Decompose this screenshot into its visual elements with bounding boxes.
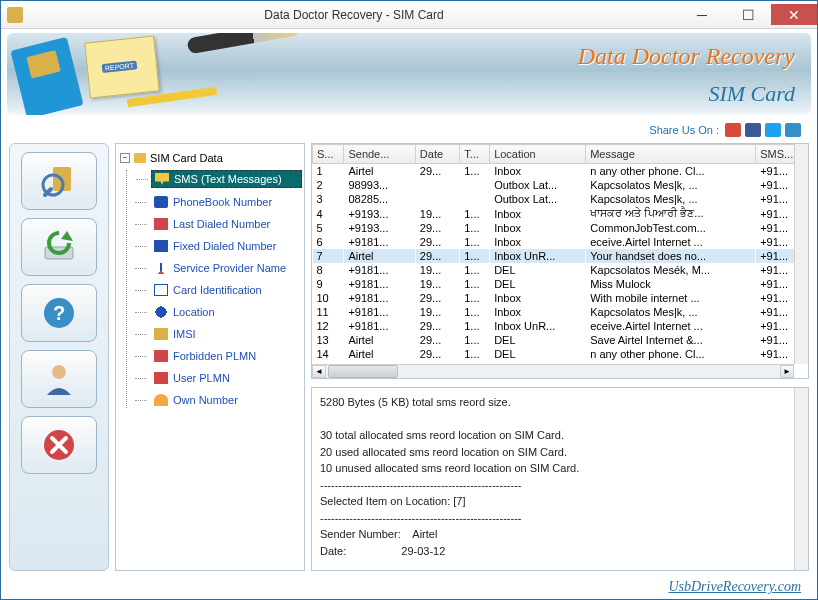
detail-separator-2: ----------------------------------------… xyxy=(320,510,800,527)
table-row[interactable]: 10+9181...29...1...InboxWith mobile inte… xyxy=(313,291,808,305)
tree-item-sms-text-messages-[interactable]: SMS (Text Messages) xyxy=(151,170,302,188)
column-header[interactable]: Location xyxy=(490,145,586,164)
app-icon xyxy=(7,7,23,23)
window-controls: ─ ☐ ✕ xyxy=(679,4,817,25)
window-title: Data Doctor Recovery - SIM Card xyxy=(29,8,679,22)
table-row[interactable]: 6+9181...29...1...Inboxeceive.Airtel Int… xyxy=(313,235,808,249)
table-cell: 29... xyxy=(415,333,459,347)
tree-item-location[interactable]: Location xyxy=(151,304,302,320)
maximize-button[interactable]: ☐ xyxy=(725,4,771,25)
table-cell: 29... xyxy=(415,347,459,361)
column-header[interactable]: T... xyxy=(460,145,490,164)
table-cell: Inbox xyxy=(490,206,586,221)
tree-item-icon xyxy=(154,218,168,230)
table-row[interactable]: 12+9181...29...1...Inbox UnR...eceive.Ai… xyxy=(313,319,808,333)
table-row[interactable]: 8+9181...19...1...DELKapcsolatos Mesék, … xyxy=(313,263,808,277)
table-cell: eceive.Airtel Internet ... xyxy=(586,235,756,249)
detail-vertical-scrollbar[interactable] xyxy=(794,388,808,570)
minimize-button[interactable]: ─ xyxy=(679,4,725,25)
about-button[interactable] xyxy=(21,350,97,408)
tree-item-phonebook-number[interactable]: PhoneBook Number xyxy=(151,194,302,210)
pen-icon xyxy=(186,33,297,54)
tree-item-user-plmn[interactable]: User PLMN xyxy=(151,370,302,386)
table-row[interactable]: 11+9181...19...1...InboxKapcsolatos Mes|… xyxy=(313,305,808,319)
table-cell: 1... xyxy=(460,333,490,347)
column-header[interactable]: S... xyxy=(313,145,344,164)
tree-item-service-provider-name[interactable]: Service Provider Name xyxy=(151,260,302,276)
table-cell: 1... xyxy=(460,291,490,305)
tree-item-icon xyxy=(154,394,168,406)
table-row[interactable]: 4+9193...19...1...Inboxਖਾਸਕਰ ਅਤੇ ਪਿਆਰੀ ਭ… xyxy=(313,206,808,221)
table-cell: Airtel xyxy=(344,164,415,179)
table-cell: 1... xyxy=(460,305,490,319)
scan-sim-button[interactable] xyxy=(21,152,97,210)
banner-title: Data Doctor Recovery xyxy=(578,43,795,70)
close-button[interactable]: ✕ xyxy=(771,4,817,25)
table-cell: 4 xyxy=(313,206,344,221)
tree-item-label: Forbidden PLMN xyxy=(173,350,256,362)
table-row[interactable]: 7Airtel29...1...Inbox UnR...Your handset… xyxy=(313,249,808,263)
exit-button[interactable] xyxy=(21,416,97,474)
share-bar: Share Us On : xyxy=(1,119,817,141)
footer-link[interactable]: UsbDriveRecovery.com xyxy=(668,579,801,595)
tree-item-fixed-dialed-number[interactable]: Fixed Dialed Number xyxy=(151,238,302,254)
tree-item-card-identification[interactable]: Card Identification xyxy=(151,282,302,298)
svg-point-7 xyxy=(52,365,66,379)
tree-item-last-dialed-number[interactable]: Last Dialed Number xyxy=(151,216,302,232)
detail-sender-value: Airtel xyxy=(412,528,437,540)
tree-item-icon xyxy=(154,372,168,384)
tree-item-label: PhoneBook Number xyxy=(173,196,272,208)
table-cell: Your handset does no... xyxy=(586,249,756,263)
scroll-left-arrow[interactable]: ◄ xyxy=(312,365,326,378)
tree-root-label: SIM Card Data xyxy=(150,152,223,164)
tree-root[interactable]: − SIM Card Data xyxy=(118,150,302,170)
tree-items: SMS (Text Messages)PhoneBook NumberLast … xyxy=(126,170,302,408)
tree-item-icon xyxy=(154,196,168,208)
table-row[interactable]: 13Airtel29...1...DELSave Airtel Internet… xyxy=(313,333,808,347)
table-cell: Inbox xyxy=(490,291,586,305)
table-row[interactable]: 1Airtel29...1...Inboxn any other phone. … xyxy=(313,164,808,179)
table-cell: +9181... xyxy=(344,291,415,305)
table-cell: +9181... xyxy=(344,319,415,333)
table-cell: n any other phone. Cl... xyxy=(586,347,756,361)
table-vertical-scrollbar[interactable] xyxy=(794,144,808,364)
tree-item-icon xyxy=(154,350,168,362)
table-cell: 29... xyxy=(415,319,459,333)
tree-item-label: IMSI xyxy=(173,328,196,340)
facebook-icon[interactable] xyxy=(745,123,761,137)
table-cell: Inbox UnR... xyxy=(490,319,586,333)
help-button[interactable]: ? xyxy=(21,284,97,342)
table-cell: DEL xyxy=(490,277,586,291)
table-cell: DEL xyxy=(490,333,586,347)
table-cell: Kapcsolatos Mesék, M... xyxy=(586,263,756,277)
recover-button[interactable] xyxy=(21,218,97,276)
table-cell: Airtel xyxy=(344,333,415,347)
table-row[interactable]: 298993...Outbox Lat...Kapcsolatos Mes|k,… xyxy=(313,178,808,192)
table-row[interactable]: 5+9193...29...1...InboxCommonJobTest.com… xyxy=(313,221,808,235)
table-row[interactable]: 308285...Outbox Lat...Kapcsolatos Mes|k,… xyxy=(313,192,808,206)
table-cell: Inbox xyxy=(490,305,586,319)
table-cell: 1... xyxy=(460,206,490,221)
tree-item-imsi[interactable]: IMSI xyxy=(151,326,302,342)
column-header[interactable]: Message xyxy=(586,145,756,164)
table-horizontal-scrollbar[interactable]: ◄ ► xyxy=(312,364,794,378)
tree-item-forbidden-plmn[interactable]: Forbidden PLMN xyxy=(151,348,302,364)
column-header[interactable]: Date xyxy=(415,145,459,164)
table-cell: DEL xyxy=(490,263,586,277)
column-header[interactable]: Sende... xyxy=(344,145,415,164)
share-other-icon[interactable] xyxy=(785,123,801,137)
scroll-thumb[interactable] xyxy=(328,365,398,378)
table-row[interactable]: 14Airtel29...1...DELn any other phone. C… xyxy=(313,347,808,361)
table-cell xyxy=(460,192,490,206)
table-cell: Outbox Lat... xyxy=(490,178,586,192)
tree-item-own-number[interactable]: Own Number xyxy=(151,392,302,408)
scroll-right-arrow[interactable]: ► xyxy=(780,365,794,378)
report-note-icon xyxy=(84,35,159,98)
googleplus-icon[interactable] xyxy=(725,123,741,137)
table-cell: +9181... xyxy=(344,263,415,277)
detail-date-label: Date: xyxy=(320,545,346,557)
twitter-icon[interactable] xyxy=(765,123,781,137)
tree-collapse-icon[interactable]: − xyxy=(120,153,130,163)
table-cell: +9181... xyxy=(344,235,415,249)
table-row[interactable]: 9+9181...19...1...DEL Miss Mulock+91... xyxy=(313,277,808,291)
